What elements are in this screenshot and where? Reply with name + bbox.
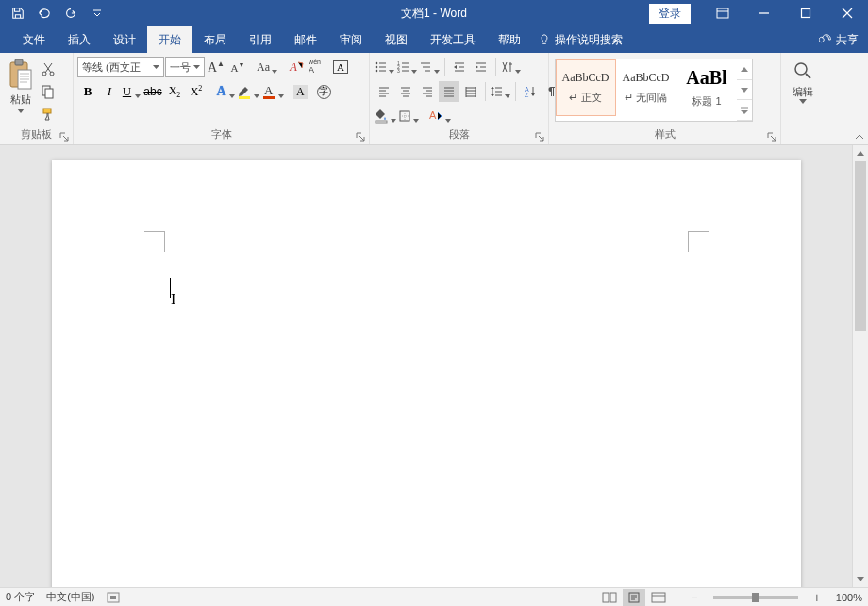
svg-rect-31 bbox=[652, 593, 665, 602]
decrease-indent-button[interactable] bbox=[449, 57, 470, 77]
tab-mail[interactable]: 邮件 bbox=[283, 26, 328, 53]
clipboard-launcher[interactable] bbox=[58, 130, 71, 143]
zoom-out-button[interactable]: − bbox=[683, 589, 706, 606]
styles-expand[interactable] bbox=[737, 100, 752, 121]
redo-icon bbox=[64, 7, 77, 20]
subscript-button[interactable]: X2 bbox=[164, 81, 185, 102]
phonetic-guide-button[interactable]: wénA bbox=[309, 57, 329, 77]
vertical-scrollbar[interactable] bbox=[852, 145, 868, 587]
tab-layout[interactable]: 布局 bbox=[192, 26, 238, 53]
share-button[interactable]: 共享 bbox=[819, 32, 859, 48]
line-spacing-button[interactable] bbox=[490, 81, 511, 102]
align-left-button[interactable] bbox=[374, 81, 394, 102]
zoom-thumb[interactable] bbox=[752, 593, 760, 602]
superscript-button[interactable]: X2 bbox=[186, 81, 207, 102]
text-effects-button[interactable]: A bbox=[215, 81, 236, 102]
tell-me-search[interactable]: 操作说明搜索 bbox=[532, 26, 628, 53]
find-button[interactable]: 编辑 bbox=[785, 57, 821, 127]
word-count[interactable]: 0 个字 bbox=[6, 590, 35, 604]
clear-formatting-button[interactable]: A bbox=[287, 57, 308, 77]
align-right-button[interactable] bbox=[417, 81, 438, 102]
zoom-level[interactable]: 100% bbox=[836, 592, 862, 603]
minimize-button[interactable] bbox=[743, 0, 785, 26]
undo-button[interactable] bbox=[32, 2, 57, 25]
justify-button[interactable] bbox=[439, 81, 459, 102]
change-case-button[interactable]: Aa bbox=[257, 57, 278, 77]
styles-scroll-down[interactable] bbox=[737, 80, 752, 101]
ribbon-display-button[interactable] bbox=[702, 0, 743, 26]
strikethrough-button[interactable]: abc bbox=[142, 81, 163, 102]
styles-scroll-up[interactable] bbox=[737, 59, 752, 80]
redo-button[interactable] bbox=[58, 2, 83, 25]
tab-review[interactable]: 审阅 bbox=[328, 26, 374, 53]
sort-button[interactable]: AZ bbox=[520, 81, 541, 102]
zoom-slider[interactable] bbox=[713, 596, 798, 599]
format-painter-button[interactable] bbox=[38, 104, 58, 125]
font-color-button[interactable]: A bbox=[261, 81, 285, 102]
char-shading-button[interactable]: A bbox=[293, 81, 316, 102]
paragraph-group-label: 段落 bbox=[449, 128, 470, 140]
page[interactable]: I bbox=[52, 160, 801, 587]
tab-references[interactable]: 引用 bbox=[238, 26, 283, 53]
qat-customize-button[interactable] bbox=[85, 2, 109, 25]
tab-design[interactable]: 设计 bbox=[102, 26, 147, 53]
scroll-up-button[interactable] bbox=[853, 145, 868, 161]
margin-mark-tl bbox=[144, 231, 165, 252]
svg-text:A: A bbox=[264, 84, 274, 97]
collapse-ribbon-button[interactable] bbox=[853, 130, 866, 143]
borders-button[interactable] bbox=[398, 106, 420, 126]
close-button[interactable] bbox=[826, 0, 868, 26]
group-editing: 编辑 bbox=[781, 53, 868, 144]
tab-developer[interactable]: 开发工具 bbox=[419, 26, 487, 53]
print-layout-button[interactable] bbox=[623, 589, 645, 606]
scroll-thumb[interactable] bbox=[855, 161, 866, 331]
enclose-icon: 字 bbox=[317, 85, 331, 99]
snap-to-grid-button[interactable]: A bbox=[428, 106, 452, 126]
bold-button[interactable]: B bbox=[77, 81, 98, 102]
paste-label: 粘贴 bbox=[10, 93, 31, 107]
web-layout-button[interactable] bbox=[647, 589, 670, 606]
language-status[interactable]: 中文(中国) bbox=[46, 590, 94, 604]
font-size-combo[interactable]: 一号 bbox=[165, 57, 205, 77]
login-button[interactable]: 登录 bbox=[649, 4, 691, 24]
enclose-char-button[interactable]: 字 bbox=[317, 81, 340, 102]
paste-button[interactable]: 粘贴 bbox=[4, 57, 38, 127]
save-button[interactable] bbox=[6, 2, 30, 25]
style-normal[interactable]: AaBbCcD ↵ 正文 bbox=[556, 59, 616, 116]
bullets-button[interactable] bbox=[374, 57, 395, 77]
character-border-button[interactable]: A bbox=[330, 57, 351, 77]
shrink-font-button[interactable]: A▼ bbox=[227, 57, 248, 77]
read-mode-button[interactable] bbox=[598, 589, 621, 606]
tab-home[interactable]: 开始 bbox=[147, 26, 192, 53]
copy-button[interactable] bbox=[38, 81, 58, 102]
shading-button[interactable] bbox=[374, 106, 397, 126]
cut-button[interactable] bbox=[38, 59, 58, 79]
styles-launcher[interactable] bbox=[765, 130, 778, 143]
style-heading1[interactable]: AaBl 标题 1 bbox=[676, 59, 737, 116]
font-name-combo[interactable]: 等线 (西文正 bbox=[77, 57, 164, 77]
zoom-in-button[interactable]: + bbox=[806, 589, 828, 606]
highlight-button[interactable] bbox=[237, 81, 260, 102]
increase-indent-button[interactable] bbox=[471, 57, 492, 77]
document-area[interactable]: I bbox=[0, 145, 852, 587]
italic-button[interactable]: I bbox=[99, 81, 120, 102]
align-center-button[interactable] bbox=[395, 81, 416, 102]
tab-view[interactable]: 视图 bbox=[374, 26, 419, 53]
tab-file[interactable]: 文件 bbox=[11, 26, 57, 53]
font-launcher[interactable] bbox=[354, 130, 367, 143]
underline-button[interactable]: U bbox=[121, 81, 142, 102]
paragraph-launcher[interactable] bbox=[533, 130, 546, 143]
scroll-track[interactable] bbox=[853, 161, 868, 571]
grow-font-button[interactable]: A▲ bbox=[206, 57, 226, 77]
macro-status[interactable] bbox=[107, 592, 120, 603]
svg-rect-3 bbox=[15, 59, 23, 65]
maximize-button[interactable] bbox=[785, 0, 826, 26]
asian-layout-button[interactable] bbox=[500, 57, 522, 77]
distributed-button[interactable] bbox=[460, 81, 481, 102]
tab-insert[interactable]: 插入 bbox=[57, 26, 102, 53]
numbering-button[interactable]: 123 bbox=[396, 57, 418, 77]
tab-help[interactable]: 帮助 bbox=[487, 26, 532, 53]
scroll-down-button[interactable] bbox=[853, 571, 868, 587]
multilevel-button[interactable] bbox=[419, 57, 441, 77]
style-no-spacing[interactable]: AaBbCcD ↵ 无间隔 bbox=[616, 59, 676, 116]
